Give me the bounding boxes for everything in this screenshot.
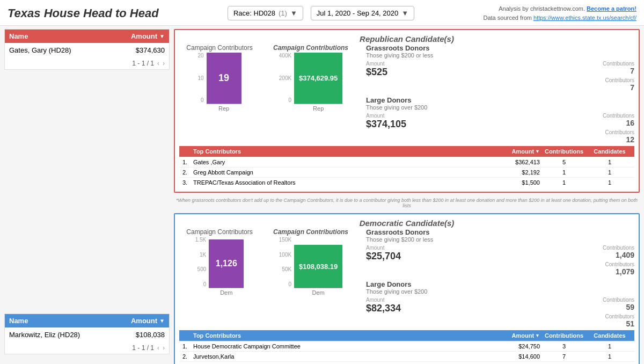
dem-candidate-name: Markowitz, Eliz (HD28)	[9, 331, 116, 339]
rep-tc-header-cand: Candidates	[588, 148, 631, 155]
dem-tc-header-num	[182, 332, 193, 339]
rep-grassroots-amount-value: $525	[366, 67, 387, 78]
rep-tc-row-2: 2. Greg Abbott Campaign $2,192 1 1	[179, 167, 634, 177]
republican-card: Republican Candidate(s) Campaign Contrib…	[174, 29, 640, 193]
dem-next-btn[interactable]: ›	[163, 344, 165, 352]
dem-tc-row-2: 2. Jurvetson,Karla $14,600 7 1	[179, 351, 634, 361]
dem-large-donors-sublabel: Those giving over $200	[366, 288, 634, 295]
republican-table-header: Name Amount ▼	[5, 30, 169, 43]
rep-donors-section: Grassroots Donors Those giving $200 or l…	[362, 44, 634, 144]
rep-large-donors-sublabel: Those giving over $200	[366, 104, 634, 111]
rep-contributors-y-axis: 20100	[197, 53, 205, 112]
right-panels: Republican Candidate(s) Campaign Contrib…	[174, 29, 640, 354]
rep-large-donors-label: Large Donors	[366, 96, 634, 104]
left-panels: Name Amount ▼ Gates, Gary (HD28) $374,63…	[4, 29, 170, 354]
rep-col-name: Name	[9, 32, 109, 40]
republican-table-row: Gates, Gary (HD28) $374,630	[5, 43, 169, 57]
dem-contributors-x-label: Dem	[220, 289, 232, 296]
race-dropdown[interactable]: Race: HD028 (1) ▼	[228, 6, 303, 20]
dem-tc-header-name: Top Contributors	[193, 332, 492, 339]
dem-grassroots-contributors-label: Contributors	[603, 261, 634, 267]
dem-large-amount-label: Amount	[366, 297, 401, 303]
rep-next-btn[interactable]: ›	[163, 60, 165, 67]
app-container: Texas House Head to Head Race: HD028 (1)…	[0, 0, 644, 358]
rep-top-contributors-table: Top Contributors Amount ▼ Contributions …	[179, 146, 634, 187]
dem-tc-header-amount: Amount ▼	[492, 332, 540, 339]
rep-tc-header-amount: Amount ▼	[492, 148, 540, 155]
dem-contributors-chart-section: Campaign Contributors 1.5K1K5000 1,126 D…	[179, 228, 260, 296]
rep-contributors-chart-label: Campaign Contributors	[186, 44, 252, 52]
democratic-table-row: Markowitz, Eliz (HD28) $108,038	[5, 327, 169, 342]
rep-sort-icon[interactable]: ▼	[159, 33, 165, 39]
dem-grassroots-amount-label: Amount	[366, 245, 401, 251]
date-dropdown-arrow: ▼	[401, 9, 408, 17]
race-dropdown-arrow: ▼	[290, 9, 297, 17]
dem-contributions-chart-section: Campaign Contributions 150K100K50K0 $108…	[265, 228, 356, 296]
rep-tc-header-num	[182, 148, 193, 155]
rep-grassroots-contributions-label: Contributions	[603, 61, 634, 67]
rep-large-contributors-value: 12	[603, 135, 634, 144]
rep-contributions-x-label: Rep	[313, 105, 324, 112]
dem-sort-icon[interactable]: ▼	[159, 318, 165, 324]
rep-col-amount: Amount	[109, 32, 157, 40]
rep-pagination-text: 1 - 1 / 1	[132, 60, 154, 67]
rep-contributors-x-label: Rep	[218, 105, 229, 112]
dem-contributors-chart-label: Campaign Contributors	[186, 228, 252, 236]
rep-large-contributors-label: Contributors	[603, 129, 634, 135]
rep-tc-header-contrib: Contributions	[540, 148, 588, 155]
patron-link[interactable]: Become a patron!	[587, 5, 636, 12]
dem-card-title: Democratic Candidate(s)	[179, 219, 634, 228]
rep-tc-row-3: 3. TREPAC/Texas Association of Realtors …	[179, 177, 634, 187]
democratic-pagination: 1 - 1 / 1 ‹ ›	[5, 342, 169, 354]
rep-contributions-bar: $374,629.95	[294, 53, 342, 104]
dem-tc-row-3: 3. Powered by People $7,353 1 1	[179, 361, 634, 364]
democratic-table-header: Name Amount ▼	[5, 314, 169, 327]
rep-grassroots-sublabel: Those giving $200 or less	[366, 52, 634, 59]
rep-contributions-chart-label: Campaign Contributions	[273, 44, 348, 52]
footnote: *When grassroots contributors don't add …	[174, 197, 640, 209]
rep-grassroots-amount-label: Amount	[366, 61, 387, 67]
dem-tc-row-1: 1. House Democratic Campaign Committee $…	[179, 341, 634, 351]
dem-tc-header-contrib: Contributions	[540, 332, 588, 339]
republican-table: Name Amount ▼ Gates, Gary (HD28) $374,63…	[4, 29, 170, 70]
main-content: Name Amount ▼ Gates, Gary (HD28) $374,63…	[0, 26, 644, 358]
rep-card-title: Republican Candidate(s)	[179, 34, 634, 43]
rep-candidate-amount: $374,630	[116, 46, 165, 54]
dem-contributors-y-axis: 1.5K1K5000	[195, 237, 208, 296]
dem-grassroots-contributions-label: Contributions	[603, 245, 634, 251]
dem-grassroots-contributors-value: 1,079	[603, 267, 634, 276]
democratic-table: Name Amount ▼ Markowitz, Eliz (HD28) $10…	[4, 314, 170, 354]
dem-top-contributors-table: Top Contributors Amount ▼ Contributions …	[179, 330, 634, 364]
dem-contributions-chart-label: Campaign Contributions	[273, 228, 348, 236]
democratic-card: Democratic Candidate(s) Campaign Contrib…	[174, 213, 640, 364]
dem-grassroots-label: Grassroots Donors	[366, 228, 634, 236]
header-controls: Race: HD028 (1) ▼ Jul 1, 2020 - Sep 24, …	[228, 6, 414, 20]
dem-donors-section: Grassroots Donors Those giving $200 or l…	[362, 228, 634, 328]
rep-grassroots-label: Grassroots Donors	[366, 44, 634, 52]
dem-contributions-y-axis: 150K100K50K0	[279, 237, 293, 296]
rep-tc-header-name: Top Contributors	[193, 148, 492, 155]
rep-grassroots-contributors-value: 7	[603, 83, 634, 92]
date-dropdown[interactable]: Jul 1, 2020 - Sep 24, 2020 ▼	[311, 6, 414, 20]
data-source-link[interactable]: https://www.ethics.state.tx.us/search/cf…	[533, 14, 636, 21]
dem-large-amount-value: $82,334	[366, 303, 401, 314]
race-count: (1)	[279, 9, 287, 17]
dem-contributions-x-label: Dem	[312, 289, 325, 296]
rep-prev-btn[interactable]: ‹	[157, 60, 159, 67]
header-info: Analysis by christackettnow.com. Become …	[483, 4, 636, 22]
dem-large-contributions-value: 59	[603, 303, 634, 311]
dem-grassroots-sublabel: Those giving $200 or less	[366, 236, 634, 243]
rep-large-amount-label: Amount	[366, 113, 406, 119]
page-title: Texas House Head to Head	[8, 6, 159, 20]
dem-col-amount: Amount	[109, 317, 157, 325]
rep-contributions-chart-section: Campaign Contributions 400K200K0 $374,62…	[265, 44, 356, 112]
header: Texas House Head to Head Race: HD028 (1)…	[0, 0, 644, 26]
rep-large-amount-value: $374,105	[366, 119, 406, 130]
dem-large-donors-label: Large Donors	[366, 280, 634, 288]
rep-candidate-name: Gates, Gary (HD28)	[9, 46, 116, 54]
dem-large-contributors-value: 51	[603, 319, 634, 328]
race-label: Race: HD028	[233, 9, 275, 17]
dem-large-contributors-label: Contributors	[603, 314, 634, 319]
rep-contributors-bar: 19	[207, 53, 241, 104]
dem-prev-btn[interactable]: ‹	[157, 344, 159, 352]
